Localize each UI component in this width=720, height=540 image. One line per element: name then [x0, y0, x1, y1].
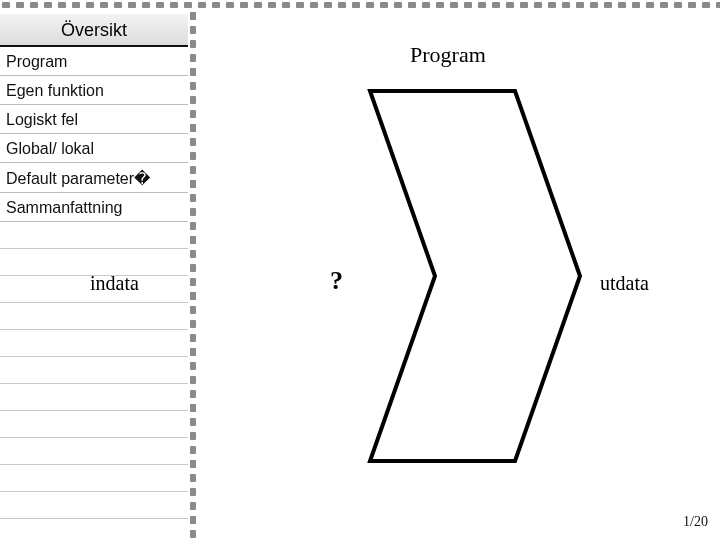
sidebar-item-sammanfattning[interactable]: Sammanfattning	[0, 193, 188, 222]
sidebar-empty-lines	[0, 222, 188, 519]
sidebar-item-global-lokal[interactable]: Global/ lokal	[0, 134, 188, 163]
sidebar-heading: Översikt	[0, 14, 188, 47]
decorative-top-dots	[0, 2, 720, 10]
page-title: Program	[410, 42, 486, 68]
page-number: 1/20	[683, 514, 708, 530]
input-label: indata	[90, 272, 139, 295]
sidebar-item-default-parameter[interactable]: Default parameter�	[0, 163, 188, 193]
main-content: Program indata ? utdata	[200, 14, 720, 534]
output-label: utdata	[600, 272, 649, 295]
sidebar-item-program[interactable]: Program	[0, 47, 188, 76]
sidebar-item-egen-funktion[interactable]: Egen funktion	[0, 76, 188, 105]
chevron-shape-icon	[365, 86, 585, 466]
svg-marker-0	[370, 91, 580, 461]
sidebar-item-logiskt-fel[interactable]: Logiskt fel	[0, 105, 188, 134]
decorative-side-dots	[190, 12, 198, 538]
question-mark: ?	[330, 266, 343, 296]
sidebar: Översikt Program Egen funktion Logiskt f…	[0, 14, 188, 519]
